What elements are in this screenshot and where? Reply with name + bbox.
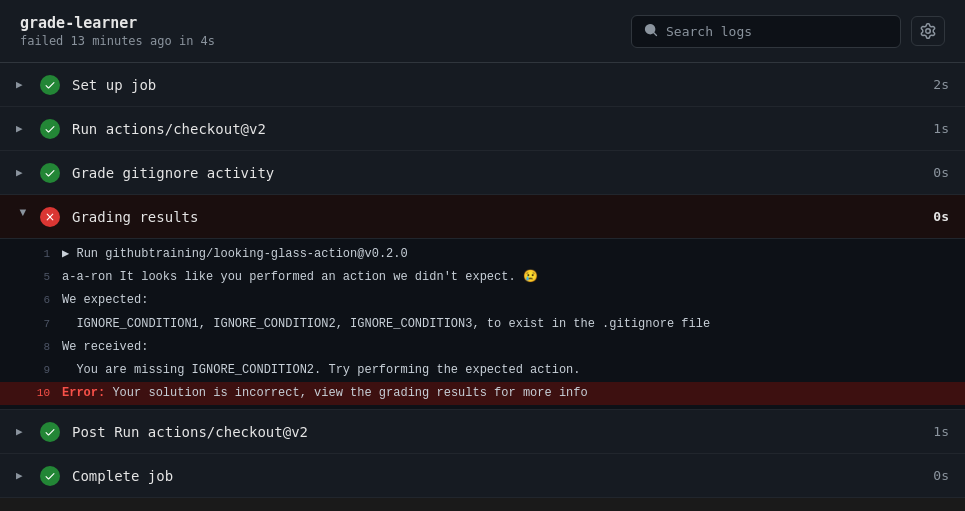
job-duration-grade-gitignore: 0s — [933, 165, 949, 180]
job-row-grade-gitignore[interactable]: ▶ Grade gitignore activity 0s — [0, 151, 965, 195]
log-section: 1 ▶ Run githubtraining/looking-glass-act… — [0, 239, 965, 410]
log-num-7: 7 — [20, 315, 50, 334]
job-label-complete: Complete job — [72, 468, 933, 484]
chevron-right-icon: ▶ — [16, 122, 30, 135]
log-content-8: We received: — [62, 338, 949, 357]
app-subtitle: failed 13 minutes ago in 4s — [20, 34, 215, 48]
job-label-checkout: Run actions/checkout@v2 — [72, 121, 933, 137]
job-duration-grading-results: 0s — [933, 209, 949, 224]
log-line-6: 6 We expected: — [0, 289, 965, 312]
chevron-right-icon: ▶ — [16, 78, 30, 91]
header-left: grade-learner failed 13 minutes ago in 4… — [20, 14, 215, 48]
success-icon-checkout — [40, 119, 60, 139]
log-num-9: 9 — [20, 361, 50, 380]
log-content-1: ▶ Run githubtraining/looking-glass-actio… — [62, 245, 949, 264]
log-num-10: 10 — [20, 384, 50, 403]
app-container: grade-learner failed 13 minutes ago in 4… — [0, 0, 965, 498]
log-num-8: 8 — [20, 338, 50, 357]
log-num-6: 6 — [20, 291, 50, 310]
success-icon-post-checkout — [40, 422, 60, 442]
log-line-8: 8 We received: — [0, 336, 965, 359]
log-content-5: a-a-ron It looks like you performed an a… — [62, 268, 949, 287]
error-icon-grading-results — [40, 207, 60, 227]
log-content-7: IGNORE_CONDITION1, IGNORE_CONDITION2, IG… — [62, 315, 949, 334]
search-icon — [644, 22, 658, 41]
job-row-grading-results[interactable]: ▶ Grading results 0s — [0, 195, 965, 239]
log-num-5: 5 — [20, 268, 50, 287]
search-box[interactable]: Search logs — [631, 15, 901, 48]
header-right: Search logs — [631, 15, 945, 48]
search-placeholder: Search logs — [666, 24, 752, 39]
error-label: Error: — [62, 386, 105, 400]
log-line-9: 9 You are missing IGNORE_CONDITION2. Try… — [0, 359, 965, 382]
chevron-down-icon: ▶ — [17, 210, 30, 224]
job-label-grade-gitignore: Grade gitignore activity — [72, 165, 933, 181]
job-row-checkout[interactable]: ▶ Run actions/checkout@v2 1s — [0, 107, 965, 151]
job-duration-checkout: 1s — [933, 121, 949, 136]
log-content-6: We expected: — [62, 291, 949, 310]
log-content-10: Error: Your solution is incorrect, view … — [62, 384, 949, 403]
log-line-10: 10 Error: Your solution is incorrect, vi… — [0, 382, 965, 405]
job-label-grading-results: Grading results — [72, 209, 933, 225]
log-num-1: 1 — [20, 245, 50, 264]
log-content-9: You are missing IGNORE_CONDITION2. Try p… — [62, 361, 949, 380]
job-duration-setup: 2s — [933, 77, 949, 92]
job-label-setup: Set up job — [72, 77, 933, 93]
job-duration-complete: 0s — [933, 468, 949, 483]
job-duration-post-checkout: 1s — [933, 424, 949, 439]
job-row-complete[interactable]: ▶ Complete job 0s — [0, 454, 965, 498]
success-icon-grade-gitignore — [40, 163, 60, 183]
chevron-right-icon: ▶ — [16, 469, 30, 482]
jobs-list: ▶ Set up job 2s ▶ Run actions/checkout@v… — [0, 63, 965, 498]
log-line-5: 5 a-a-ron It looks like you performed an… — [0, 266, 965, 289]
success-icon-complete — [40, 466, 60, 486]
log-line-1: 1 ▶ Run githubtraining/looking-glass-act… — [0, 243, 965, 266]
header: grade-learner failed 13 minutes ago in 4… — [0, 0, 965, 63]
job-row-setup[interactable]: ▶ Set up job 2s — [0, 63, 965, 107]
app-title: grade-learner — [20, 14, 215, 32]
job-row-post-checkout[interactable]: ▶ Post Run actions/checkout@v2 1s — [0, 410, 965, 454]
chevron-right-icon: ▶ — [16, 166, 30, 179]
chevron-right-icon: ▶ — [16, 425, 30, 438]
log-line-7: 7 IGNORE_CONDITION1, IGNORE_CONDITION2, … — [0, 313, 965, 336]
settings-button[interactable] — [911, 16, 945, 46]
success-icon-setup — [40, 75, 60, 95]
job-label-post-checkout: Post Run actions/checkout@v2 — [72, 424, 933, 440]
